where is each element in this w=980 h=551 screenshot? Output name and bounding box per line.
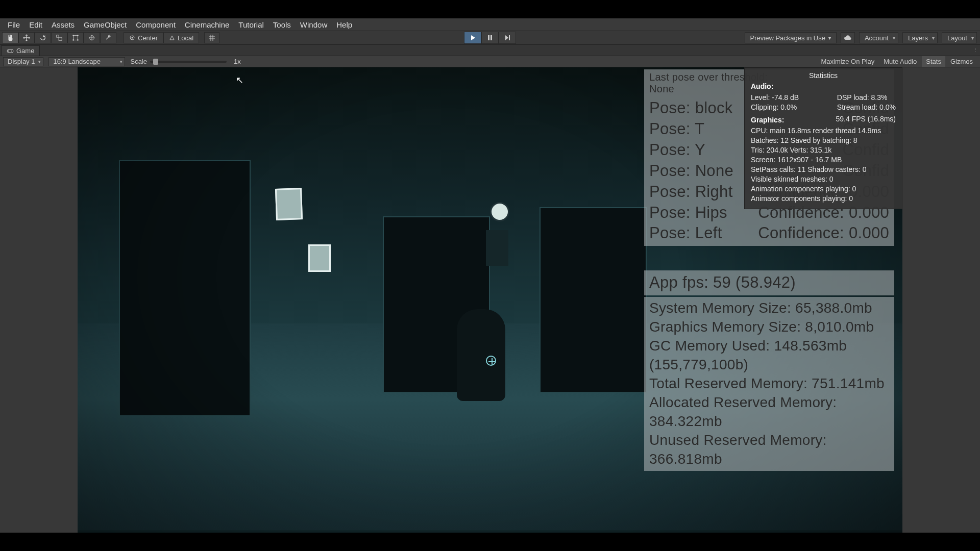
preview-packages-button[interactable]: Preview Packages in Use ▾ <box>745 32 837 43</box>
stats-gfx-line: CPU: main 16.8ms render thread 14.9ms <box>751 126 896 136</box>
scale-slider-thumb[interactable] <box>153 59 158 65</box>
chevron-down-icon: ▾ <box>828 35 831 41</box>
main-menu-bar: File Edit Assets GameObject Component Ci… <box>0 18 980 31</box>
display-dropdown[interactable]: Display 1 <box>3 57 43 66</box>
hud-mem-line: Graphics Memory Size: 8,010.0mb <box>649 318 889 337</box>
mute-audio-toggle[interactable]: Mute Audio <box>879 56 921 67</box>
tab-menu-icon[interactable]: ⋮ <box>973 47 978 53</box>
stats-gfx-line: Batches: 12 Saved by batching: 8 <box>751 136 896 145</box>
collab-button[interactable] <box>841 32 855 43</box>
snap-toggle[interactable] <box>204 32 219 43</box>
move-tool[interactable] <box>18 32 35 43</box>
stats-toggle[interactable]: Stats <box>922 56 945 67</box>
multi-icon <box>88 34 95 41</box>
svg-rect-2 <box>74 36 78 40</box>
svg-point-3 <box>72 35 74 36</box>
scale-icon <box>56 34 63 41</box>
handle-toggle[interactable]: Local <box>163 32 199 43</box>
aspect-label: 16:9 Landscape <box>53 58 101 65</box>
hud-mem-line: Total Reserved Memory: 751.141mb <box>649 374 889 393</box>
statistics-panel: Statistics Audio: Level: -74.8 dB Clippi… <box>744 67 902 209</box>
stats-gfx-line: Visible skinned meshes: 0 <box>751 174 896 184</box>
rotate-icon <box>39 34 46 41</box>
transform-tools <box>2 32 116 43</box>
tab-game-label: Game <box>16 47 34 55</box>
menu-assets[interactable]: Assets <box>47 20 79 29</box>
layout-label: Layout <box>947 34 967 42</box>
stats-gfx-heading: Graphics: <box>751 115 784 125</box>
stats-gfx-line: Screen: 1612x907 - 16.7 MB <box>751 155 896 165</box>
menu-tutorial[interactable]: Tutorial <box>234 20 268 29</box>
game-icon <box>7 48 14 54</box>
hud-pose-name: Pose: block <box>649 98 733 119</box>
svg-point-14 <box>11 51 12 52</box>
letterbox-bottom <box>0 533 980 551</box>
tab-game[interactable]: Game <box>1 45 40 56</box>
display-label: Display 1 <box>8 58 35 65</box>
svg-rect-0 <box>57 35 59 37</box>
rect-icon <box>72 34 79 41</box>
stats-audio-line: DSP load: 8.3% <box>837 93 896 103</box>
center-icon <box>129 35 135 41</box>
account-dropdown[interactable]: Account <box>859 32 898 43</box>
stats-audio-heading: Audio: <box>751 82 896 91</box>
menu-help[interactable]: Help <box>332 20 357 29</box>
hud-mem-line: Allocated Reserved Memory: 384.322mb <box>649 393 889 431</box>
move-icon <box>23 34 30 41</box>
custom-tool[interactable] <box>100 32 116 43</box>
step-icon <box>504 35 510 41</box>
pause-button[interactable] <box>481 32 499 44</box>
menu-edit[interactable]: Edit <box>24 20 47 29</box>
toolbar: Center Local Preview Packages in Use ▾ A… <box>0 31 980 45</box>
hud-pose-conf: Confidence: 0.000 <box>758 223 889 244</box>
letterbox-right <box>902 67 980 533</box>
hud-pose-name: Pose: T <box>649 119 704 140</box>
stats-gfx-line: Tris: 204.0k Verts: 315.1k <box>751 145 896 155</box>
svg-point-6 <box>77 39 79 41</box>
transform-tool[interactable] <box>84 32 100 43</box>
play-button[interactable] <box>464 32 481 44</box>
svg-rect-1 <box>59 37 62 40</box>
hud-pose-name: Pose: Y <box>649 140 705 161</box>
menu-window[interactable]: Window <box>296 20 332 29</box>
hud-mem-line: System Memory Size: 65,388.0mb <box>649 299 889 318</box>
aspect-dropdown[interactable]: 16:9 Landscape <box>48 57 125 66</box>
wrench-icon <box>105 34 112 41</box>
menu-component[interactable]: Component <box>131 20 180 29</box>
stats-gfx-line: Animation components playing: 0 <box>751 184 896 194</box>
toolbar-right: Preview Packages in Use ▾ Account Layers… <box>745 32 977 43</box>
menu-tools[interactable]: Tools <box>268 20 296 29</box>
hand-tool[interactable] <box>2 32 18 43</box>
rotate-tool[interactable] <box>35 32 51 43</box>
hud-fps-panel: App fps: 59 (58.942) <box>644 270 894 295</box>
layers-dropdown[interactable]: Layers <box>902 32 938 43</box>
grid-icon <box>208 34 215 41</box>
hud-fps-value: App fps: 59 (58.942) <box>649 272 889 293</box>
play-controls <box>464 32 516 44</box>
local-icon <box>169 35 175 41</box>
pivot-label: Center <box>138 34 158 42</box>
stats-gfx-line: SetPass calls: 11 Shadow casters: 0 <box>751 165 896 174</box>
letterbox-top <box>0 0 980 18</box>
scale-value: 1x <box>234 58 241 65</box>
menu-cinemachine[interactable]: Cinemachine <box>180 20 234 29</box>
rect-tool[interactable] <box>67 32 84 43</box>
scale-slider[interactable] <box>150 61 227 63</box>
layout-dropdown[interactable]: Layout <box>942 32 977 43</box>
stats-gfx-fps: 59.4 FPS (16.8ms) <box>836 114 896 127</box>
stats-audio-line: Level: -74.8 dB <box>751 93 799 103</box>
game-view[interactable]: ↖ Last pose over threshold: None Pose: b… <box>78 67 902 533</box>
gizmos-toggle[interactable]: Gizmos <box>946 56 977 67</box>
svg-rect-11 <box>491 35 492 40</box>
step-button[interactable] <box>499 32 516 44</box>
svg-point-5 <box>72 39 74 41</box>
maximize-on-play-toggle[interactable]: Maximize On Play <box>817 56 879 67</box>
scale-tool[interactable] <box>51 32 67 43</box>
pivot-toggle[interactable]: Center <box>124 32 163 43</box>
cloud-icon <box>844 35 852 41</box>
menu-gameobject[interactable]: GameObject <box>79 20 131 29</box>
menu-file[interactable]: File <box>3 20 24 29</box>
letterbox-left <box>0 67 78 533</box>
stats-gfx-line: Animator components playing: 0 <box>751 194 896 204</box>
stats-audio-line: Stream load: 0.0% <box>837 103 896 112</box>
